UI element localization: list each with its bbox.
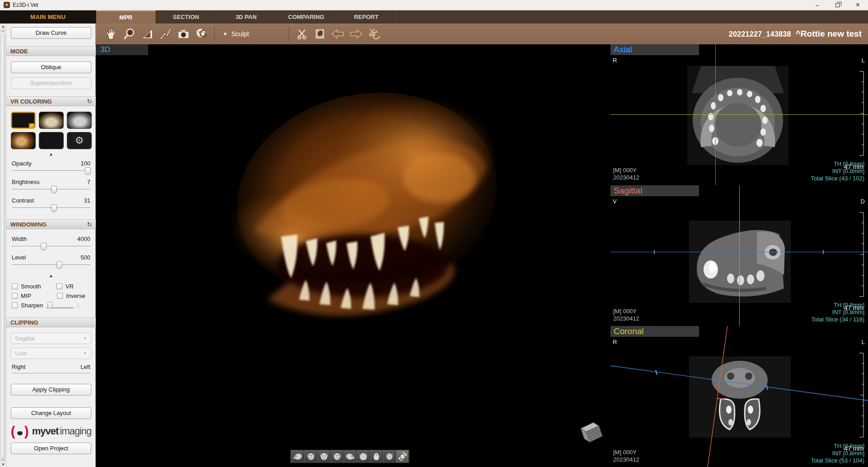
sculpt-reset-button[interactable] — [365, 25, 383, 43]
3d-view-label: 3D — [96, 44, 148, 55]
close-button[interactable]: × — [848, 0, 868, 10]
zoom-tool-button[interactable] — [120, 25, 138, 43]
sculpt-dropdown[interactable]: ▼ Sculpt — [223, 30, 249, 38]
arrow-left-icon — [331, 28, 345, 40]
tab-comparing[interactable]: COMPARING — [276, 10, 336, 24]
reset-rotation-button[interactable] — [192, 25, 211, 43]
coronal-crosshair-line[interactable] — [610, 114, 868, 115]
vr-preset-grayscale[interactable] — [67, 112, 92, 129]
width-slider[interactable] — [12, 242, 90, 250]
brightness-slider[interactable] — [12, 185, 90, 193]
pan-tool-button[interactable] — [102, 25, 120, 43]
tab-3d-pan[interactable]: 3D PAN — [216, 10, 276, 24]
crosshair-handle[interactable] — [823, 250, 824, 254]
view-front-left-button[interactable] — [304, 450, 317, 462]
tab-section[interactable]: SECTION — [156, 10, 216, 24]
refresh-icon[interactable]: ↻ — [87, 220, 92, 229]
windowing-tool-button[interactable] — [138, 25, 156, 43]
scroll-gripper[interactable] — [1, 30, 5, 32]
scale-ruler[interactable] — [859, 352, 864, 438]
restore-button[interactable] — [827, 0, 848, 10]
sculpt-patch-button[interactable] — [311, 25, 329, 43]
orientation-marker-right: L — [862, 339, 865, 345]
level-slider-thumb[interactable] — [56, 261, 62, 269]
rotate-view-button[interactable] — [396, 450, 409, 462]
3d-viewport[interactable]: 3D — [96, 44, 610, 467]
scrollbar-thumb[interactable] — [1, 34, 5, 458]
axial-crosshair-line[interactable] — [610, 252, 868, 252]
patient-age-code: [M] 000Y — [613, 308, 639, 315]
undo-button[interactable] — [329, 25, 347, 43]
scale-ruler[interactable] — [859, 71, 864, 156]
patient-info: 20221227_143838 ^Rottie new test — [729, 29, 868, 39]
scale-ruler[interactable] — [859, 212, 864, 297]
view-front-right-button[interactable] — [330, 450, 343, 462]
dog-top-icon — [358, 452, 368, 461]
mip-checkbox[interactable] — [12, 293, 18, 299]
orientation-cube[interactable] — [576, 418, 605, 446]
tab-mpr[interactable]: MPR — [96, 10, 156, 24]
oblique-button[interactable]: Oblique — [11, 61, 91, 73]
main-menu-header[interactable]: MAIN MENU — [0, 10, 96, 24]
view-left-profile-button[interactable] — [291, 450, 304, 462]
sculpt-cut-button[interactable] — [293, 25, 311, 43]
view-top-button[interactable] — [357, 450, 370, 462]
brand-name-bold: myvet — [32, 425, 59, 437]
sidebar-scrollbar[interactable]: ▲ ▼ — [0, 24, 6, 467]
open-project-button[interactable]: Open Project — [11, 443, 91, 454]
study-date: 20230412 — [613, 315, 639, 322]
opacity-slider-thumb[interactable] — [85, 167, 91, 175]
level-slider[interactable] — [12, 261, 90, 269]
width-slider-thumb[interactable] — [41, 243, 47, 250]
scroll-up-icon[interactable]: ▲ — [0, 24, 6, 28]
collapse-arrow-icon[interactable]: ▲ — [6, 274, 96, 278]
tab-report[interactable]: REPORT — [336, 10, 396, 24]
logo-nose-mark — [17, 431, 23, 435]
brightness-slider-thumb[interactable] — [51, 186, 57, 193]
draw-curve-button[interactable]: Draw Curve — [11, 27, 91, 39]
opacity-slider[interactable] — [12, 167, 90, 175]
view-back-button[interactable] — [383, 450, 396, 462]
vr-checkbox[interactable] — [56, 283, 62, 289]
clipping-title: CLIPPING — [10, 319, 38, 326]
sagittal-view[interactable]: Sagittal V D 47 mm [M] 000Y 20230412 TH … — [610, 185, 868, 326]
axial-view[interactable]: Axial R L 47 mm [M] 000Y 20230412 TH [0.… — [610, 44, 868, 185]
view-right-profile-button[interactable] — [343, 450, 357, 462]
sharpen-checkbox[interactable] — [12, 302, 18, 308]
coronal-view[interactable]: Coronal R L 47 mm [M] 000Y 20230412 TH [… — [610, 326, 868, 467]
vr-preset-soft-tissue[interactable] — [11, 132, 36, 149]
inverse-checkbox[interactable] — [57, 293, 63, 299]
apply-clipping-button[interactable]: Apply Clipping — [11, 384, 91, 396]
redo-button[interactable] — [347, 25, 365, 43]
study-id: 20221227_143838 — [729, 30, 791, 38]
collapse-arrow-icon[interactable]: ▲ — [6, 152, 96, 156]
vr-preset-skeleton-organs[interactable] — [39, 132, 64, 149]
contrast-slider[interactable] — [12, 204, 90, 212]
sharpen-slider-thumb[interactable] — [47, 302, 53, 309]
scroll-gripper[interactable] — [1, 459, 5, 461]
capture-tool-button[interactable] — [174, 25, 192, 43]
minimize-button[interactable]: – — [807, 0, 827, 10]
scroll-down-icon[interactable]: ▼ — [0, 462, 6, 467]
vr-preset-bone-cream[interactable] — [39, 112, 64, 129]
dog-back-icon — [385, 452, 394, 461]
view-bottom-button[interactable] — [370, 450, 383, 462]
logo-left-paren: ( — [11, 425, 15, 438]
smooth-checkbox[interactable] — [12, 283, 18, 289]
dog-bottom-icon — [371, 452, 381, 461]
logo-right-paren: ) — [24, 425, 29, 438]
change-layout-button[interactable]: Change Layout — [11, 407, 91, 419]
coronal-crosshair-line[interactable] — [739, 185, 740, 326]
measure-tool-button[interactable] — [156, 25, 174, 43]
sharpen-slider[interactable] — [47, 302, 74, 309]
axial-slice-image — [687, 66, 788, 165]
view-front-button[interactable] — [317, 450, 330, 462]
mode-section-header: MODE — [6, 46, 96, 56]
main-toolbar: ▼ Sculpt — [96, 24, 868, 44]
toolbar-separator — [214, 26, 215, 42]
vr-preset-bone-tan[interactable]: ✓ — [11, 112, 36, 129]
crosshair-handle[interactable] — [654, 250, 655, 254]
vr-preset-custom[interactable]: ⚙ — [67, 132, 92, 149]
contrast-slider-thumb[interactable] — [51, 204, 57, 212]
refresh-icon[interactable]: ↻ — [87, 97, 92, 106]
